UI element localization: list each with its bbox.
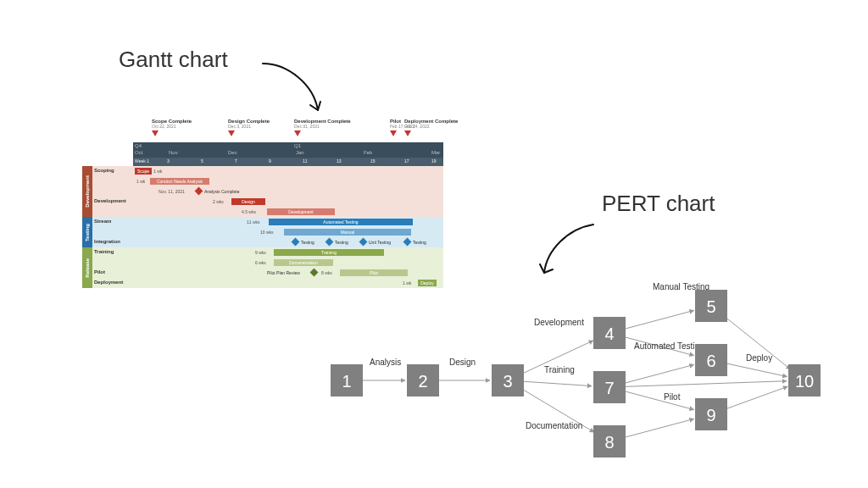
gantt-week: 7 [235,158,237,164]
gantt-duration: 9 wks [255,250,266,255]
pert-edge-label: Pilot [664,392,681,402]
pert-node-id: 10 [795,372,814,391]
pert-edge [626,381,787,387]
gantt-duration: 2 wks [213,199,224,204]
diamond-icon [195,187,203,196]
gantt-row: PilotPilot Plan Review8 wksPilot [92,268,443,278]
gantt-row: 4.5 wksDevelopment [92,207,443,217]
gantt-duration: 11 wks [247,219,260,225]
gantt-row-label: Training [94,249,114,254]
pert-edge-label: Documentation [526,421,582,430]
pert-edge [625,391,693,410]
pert-node: 5 [695,290,727,322]
flag-date: Feb 24, 2022 [404,124,458,129]
flag-marker-icon [152,130,159,136]
gantt-row: 10 wksManual [92,227,443,237]
pert-chart: AnalysisDesignDevelopmentTrainingDocumen… [314,280,856,474]
gantt-flag: Scope Complete Oct 22, 2021 [152,119,192,136]
pert-edge [727,363,787,376]
gantt-week: 3 [167,158,170,164]
pert-node: 3 [492,364,524,396]
pert-edge-label: Deploy [746,353,772,363]
pert-node-id: 6 [706,352,715,370]
gantt-section-label: Release [82,247,92,288]
gantt-quarter: Q4 [135,143,142,148]
pert-edge [625,364,693,383]
pert-node: 8 [593,425,626,458]
gantt-bar: Training [274,249,384,256]
gantt-flag: Deployment Complete Feb 24, 2022 [404,119,458,136]
pert-node-id: 8 [604,433,614,452]
pert-node: 2 [407,364,439,396]
pert-node-id: 3 [503,372,512,391]
gantt-duration: 1 wk [153,169,162,174]
gantt-row: Stream11 wksAutomated Testing [92,217,443,227]
gantt-title: Gantt chart [119,47,228,73]
diamond-icon [326,238,334,247]
pert-edge-label: Training [544,365,575,374]
pert-node-id: 2 [418,372,427,391]
gantt-duration: 1 wk [136,179,145,184]
pert-node: 4 [593,317,626,349]
gantt-bar: Manual [284,229,411,236]
gantt-row-label: Scoping [94,168,114,173]
gantt-flag: Development Complete Dec 31, 2021 [294,119,351,136]
gantt-flag: Design Complete Dec 3, 2021 [228,119,270,136]
gantt-header-qm: Q4Q1OctNovDecJanFebMar [133,142,443,158]
gantt-milestone-label: Testing [413,240,426,245]
gantt-month: Dec [228,150,237,155]
gantt-week: 17 [404,158,409,164]
gantt-row-label: Development [94,198,126,203]
pert-edge-label: Automated Testing [634,341,704,351]
gantt-milestone-label: Pilot Plan Review [267,270,300,275]
pert-edge [524,381,592,385]
arrow-to-gantt [254,59,339,127]
gantt-quarter: Q1 [294,143,301,148]
gantt-row: IntegrationTestingTestingUnit TestingTes… [92,237,443,247]
gantt-duration: 4.5 wks [242,209,256,214]
pert-title: PERT chart [602,191,715,217]
gantt-row: ScopingScope1 wk [92,166,443,176]
gantt-section-label: Testing [82,217,92,247]
gantt-row: Nov. 11, 2021Analysis Complete [92,186,443,197]
gantt-row: Training9 wksTraining [92,247,443,258]
gantt-month: Feb [364,150,372,155]
flag-marker-icon [404,130,411,136]
pert-edge-label: Design [449,358,476,367]
flag-marker-icon [294,130,301,136]
gantt-month: Oct [135,150,142,155]
pert-edge [726,386,787,408]
pert-edge-label: Development [534,318,584,327]
gantt-week: 15 [370,158,376,164]
gantt-month: Mar [431,150,440,155]
gantt-month: Nov [169,150,178,155]
gantt-bar: Design [231,198,265,205]
gantt-section-label: Development [82,166,92,217]
gantt-body: DevelopmentScopingScope1 wk1 wkConduct N… [82,166,443,288]
flag-marker-icon [390,130,397,136]
gantt-bar: Conduct Needs Analysis [150,178,209,185]
gantt-duration: Nov. 11, 2021 [159,189,185,194]
pert-node: 1 [331,364,363,396]
gantt-week: 5 [201,158,203,164]
pert-edge-label: Analysis [370,358,401,367]
flag-date: Dec 3, 2021 [228,124,270,129]
pert-node: 7 [593,371,626,403]
gantt-row: 1 wkConduct Needs Analysis [92,176,443,186]
flag-marker-icon [228,130,235,136]
diamond-icon [310,269,319,277]
gantt-bar: Pilot [340,269,408,276]
pert-node-id: 7 [604,379,614,397]
pert-edge [625,310,693,329]
diamond-icon [403,238,412,247]
gantt-bar: Documentation [274,259,333,266]
gantt-milestone-label: Analysis Complete [204,189,239,194]
gantt-week: 13 [337,158,342,164]
gantt-milestone-label: Unit Testing [369,240,391,245]
gantt-week: 9 [269,158,271,164]
arrow-to-pert [534,220,610,288]
gantt-week: Week 1 [135,158,149,164]
gantt-duration: 8 wks [321,270,332,275]
gantt-row: Development2 wksDesign [92,197,443,207]
pert-node-id: 4 [604,324,614,343]
